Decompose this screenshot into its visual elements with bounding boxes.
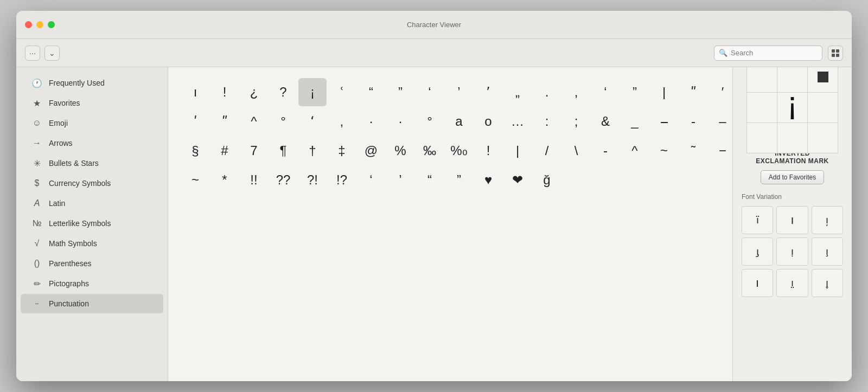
char-cell[interactable]: - <box>679 107 707 136</box>
char-cell[interactable]: ! <box>210 78 239 106</box>
char-cell[interactable]: ~ <box>650 137 678 165</box>
char-cell[interactable]: _ <box>621 107 649 136</box>
font-variant-8[interactable]: ı̤ <box>776 269 808 297</box>
font-variant-9[interactable]: ı̥ <box>812 269 843 297</box>
char-cell[interactable]: ′ <box>709 78 732 106</box>
char-cell[interactable]: ” <box>445 166 473 194</box>
char-cell[interactable]: o <box>474 107 502 136</box>
char-cell[interactable]: ^ <box>240 107 268 136</box>
sidebar-item-frequently-used[interactable]: 🕐 Frequently Used <box>21 73 163 93</box>
char-cell[interactable]: ¿ <box>240 78 268 106</box>
char-cell[interactable]: ?? <box>269 166 297 194</box>
char-cell[interactable]: ʺ <box>210 107 239 136</box>
font-variant-4[interactable]: ı̡ <box>742 237 773 266</box>
char-cell[interactable]: # <box>210 137 239 165</box>
grid-icon <box>831 49 840 57</box>
char-cell[interactable]: ʼ <box>474 78 502 106</box>
font-variant-7[interactable]: ı <box>742 269 773 297</box>
more-button[interactable]: ··· <box>25 46 40 61</box>
char-cell[interactable]: ? <box>269 78 297 106</box>
char-cell[interactable]: ’ <box>386 166 414 194</box>
char-cell[interactable]: ” <box>621 78 649 106</box>
char-cell[interactable]: a <box>445 107 473 136</box>
char-cell[interactable]: ʹ <box>181 107 209 136</box>
char-cell[interactable]: ğ <box>533 166 561 194</box>
sidebar-item-latin[interactable]: A Latin <box>21 194 163 213</box>
char-cell[interactable]: ˜ <box>679 137 707 165</box>
char-cell[interactable]: | <box>503 137 532 165</box>
char-cell[interactable]: ~ <box>181 166 209 194</box>
sidebar-item-pictographs[interactable]: ✏ Pictographs <box>21 274 163 293</box>
char-cell[interactable]: % <box>386 137 414 165</box>
char-cell[interactable]: ! <box>474 137 502 165</box>
char-cell[interactable]: ¡ <box>298 78 327 106</box>
char-cell[interactable]: ʺ <box>679 78 707 106</box>
char-cell[interactable]: ‰ <box>416 137 444 165</box>
char-cell[interactable]: ı <box>181 78 209 106</box>
char-cell[interactable]: ♥ <box>474 166 502 194</box>
chevron-button[interactable]: ⌄ <box>44 46 60 61</box>
char-cell[interactable]: ‘ <box>416 78 444 106</box>
char-cell[interactable]: § <box>181 137 209 165</box>
sidebar-item-bullets-stars[interactable]: ✳ Bullets & Stars <box>21 153 163 173</box>
char-cell[interactable]: & <box>591 107 620 136</box>
char-cell[interactable]: . <box>533 78 561 106</box>
char-cell[interactable]: @ <box>357 137 385 165</box>
char-cell[interactable]: „ <box>503 78 532 106</box>
font-variant-2[interactable]: ı <box>776 206 808 234</box>
char-cell[interactable]: · <box>386 107 414 136</box>
char-cell[interactable]: / <box>533 137 561 165</box>
char-cell[interactable]: ‚ <box>328 107 356 136</box>
char-cell[interactable]: † <box>298 137 327 165</box>
char-cell[interactable]: ° <box>416 107 444 136</box>
char-cell[interactable]: ’ <box>445 78 473 106</box>
char-cell[interactable]: !? <box>328 166 356 194</box>
char-cell[interactable]: ; <box>562 107 590 136</box>
font-variant-3[interactable]: ı̦ <box>812 206 843 234</box>
char-cell[interactable]: ʿ <box>328 78 356 106</box>
font-variant-6[interactable]: ı̧ <box>812 237 843 266</box>
close-button[interactable] <box>25 21 32 28</box>
char-cell[interactable]: : <box>533 107 561 136</box>
add-to-favorites-button[interactable]: Add to Favorites <box>761 170 824 184</box>
char-cell[interactable]: “ <box>416 166 444 194</box>
char-cell[interactable]: – <box>709 107 732 136</box>
sidebar-item-currency-symbols[interactable]: $ Currency Symbols <box>21 173 163 193</box>
char-cell[interactable]: ¶ <box>269 137 297 165</box>
char-cell[interactable]: * <box>210 166 239 194</box>
minimize-button[interactable] <box>36 21 43 28</box>
char-cell[interactable]: · <box>357 107 385 136</box>
char-cell[interactable]: … <box>503 107 532 136</box>
sidebar-item-letterlike-symbols[interactable]: № Letterlike Symbols <box>21 214 163 233</box>
char-cell[interactable]: ‘ <box>357 166 385 194</box>
char-cell[interactable]: ^ <box>621 137 649 165</box>
char-cell[interactable]: !! <box>240 166 268 194</box>
char-cell[interactable]: ° <box>269 107 297 136</box>
char-cell[interactable]: \ <box>562 137 590 165</box>
char-cell[interactable]: 7 <box>240 137 268 165</box>
char-cell[interactable]: ?! <box>298 166 327 194</box>
font-variant-1[interactable]: ı̈ <box>742 206 773 234</box>
char-cell[interactable]: %₀ <box>445 137 473 165</box>
char-cell[interactable]: “ <box>357 78 385 106</box>
grid-view-button[interactable] <box>828 46 843 61</box>
maximize-button[interactable] <box>48 21 55 28</box>
char-cell[interactable]: ‒ <box>650 107 678 136</box>
search-input[interactable] <box>731 49 818 57</box>
sidebar-item-punctuation[interactable]: ·· Punctuation <box>21 294 163 313</box>
sidebar-item-math-symbols[interactable]: √ Math Symbols <box>21 234 163 253</box>
char-cell[interactable]: , <box>562 78 590 106</box>
font-variant-5[interactable]: ı̣ <box>776 237 808 266</box>
char-cell[interactable]: ʻ <box>298 107 327 136</box>
char-cell[interactable]: | <box>650 78 678 106</box>
char-cell[interactable]: ❤ <box>503 166 532 194</box>
sidebar-item-arrows[interactable]: → Arrows <box>21 133 163 153</box>
char-cell[interactable]: ‡ <box>328 137 356 165</box>
sidebar-item-favorites[interactable]: ★ Favorites <box>21 93 163 113</box>
sidebar-item-emoji[interactable]: ☺ Emoji <box>21 113 163 133</box>
char-cell[interactable]: ” <box>386 78 414 106</box>
sidebar-item-parentheses[interactable]: () Parentheses <box>21 254 163 273</box>
char-cell[interactable]: ‘ <box>591 78 620 106</box>
char-cell[interactable]: ‐ <box>591 137 620 165</box>
char-cell[interactable]: − <box>709 137 732 165</box>
